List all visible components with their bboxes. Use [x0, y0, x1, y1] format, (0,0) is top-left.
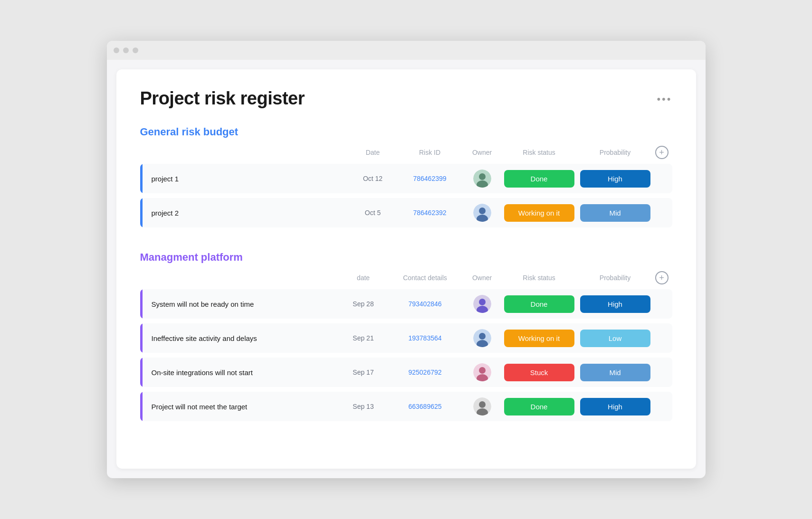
traffic-light-close[interactable]	[114, 47, 119, 53]
table-row: project 2Oct 5786462392 Working on itMid	[140, 198, 672, 227]
row-name: On-site integrations will not start	[140, 368, 340, 377]
app-window: Project risk register ••• General risk b…	[107, 41, 706, 478]
row-probability-badge[interactable]: High	[580, 170, 650, 188]
col-header-5: Probability	[577, 274, 653, 282]
row-name: Ineffective site activity and delays	[140, 334, 340, 342]
row-risk-id[interactable]: 663689625	[387, 403, 463, 410]
row-status-badge[interactable]: Done	[504, 398, 574, 415]
col-header-4: Risk status	[501, 274, 577, 282]
section-general: General risk budgetDateRisk IDOwnerRisk …	[140, 126, 672, 227]
traffic-light-minimize[interactable]	[123, 47, 129, 53]
col-headers-management: dateContact detailsOwnerRisk statusProba…	[140, 271, 672, 289]
traffic-light-maximize[interactable]	[133, 47, 138, 53]
row-risk-id[interactable]: 925026792	[387, 368, 463, 376]
row-border-indicator	[140, 392, 143, 421]
row-date: Sep 17	[340, 368, 387, 376]
avatar	[473, 397, 491, 415]
row-risk-id[interactable]: 786462392	[397, 209, 463, 217]
row-date: Sep 13	[340, 403, 387, 410]
col-header-1: Date	[349, 149, 397, 156]
more-options-button[interactable]: •••	[657, 93, 672, 105]
row-probability-badge[interactable]: High	[580, 295, 650, 313]
row-border-indicator	[140, 198, 143, 227]
row-probability-badge[interactable]: High	[580, 398, 650, 415]
row-name: System will not be ready on time	[140, 300, 340, 308]
section-management: Managment platformdateContact detailsOwn…	[140, 251, 672, 421]
avatar	[473, 295, 491, 313]
main-content: Project risk register ••• General risk b…	[116, 69, 696, 469]
col-header-1: date	[340, 274, 387, 282]
row-status-badge[interactable]: Stuck	[504, 364, 574, 381]
row-date: Oct 12	[349, 175, 397, 182]
row-border-indicator	[140, 323, 143, 353]
row-owner	[463, 204, 501, 222]
svg-point-7	[479, 299, 486, 305]
col-headers-general: DateRisk IDOwnerRisk statusProbability+	[140, 146, 672, 164]
avatar	[473, 170, 491, 188]
table-row: On-site integrations will not startSep 1…	[140, 358, 672, 387]
row-status-badge[interactable]: Done	[504, 295, 574, 313]
avatar	[473, 204, 491, 222]
add-row-button-general[interactable]: +	[655, 146, 669, 159]
col-header-6: +	[653, 271, 672, 284]
avatar	[473, 363, 491, 381]
svg-point-16	[479, 401, 486, 408]
row-date: Oct 5	[349, 209, 397, 217]
col-header-2: Contact details	[387, 274, 463, 282]
row-border-indicator	[140, 164, 143, 193]
row-owner	[463, 363, 501, 381]
row-risk-id[interactable]: 793402846	[387, 300, 463, 308]
row-owner	[463, 329, 501, 347]
table-row: Project will not meet the targetSep 1366…	[140, 392, 672, 421]
row-name: project 1	[140, 175, 349, 183]
svg-point-13	[479, 367, 486, 374]
row-status-badge[interactable]: Working on it	[504, 204, 574, 222]
svg-point-4	[479, 208, 486, 214]
row-status-badge[interactable]: Working on it	[504, 330, 574, 347]
row-date: Sep 21	[340, 334, 387, 342]
row-risk-id[interactable]: 193783564	[387, 334, 463, 342]
col-header-4: Risk status	[501, 149, 577, 156]
avatar	[473, 329, 491, 347]
row-border-indicator	[140, 289, 143, 319]
row-name: Project will not meet the target	[140, 403, 340, 411]
row-name: project 2	[140, 209, 349, 217]
col-header-3: Owner	[463, 274, 501, 282]
row-owner	[463, 295, 501, 313]
titlebar	[107, 41, 706, 60]
section-header-management: Managment platform	[140, 251, 672, 264]
row-risk-id[interactable]: 786462399	[397, 175, 463, 182]
col-header-6: +	[653, 146, 672, 159]
page-header: Project risk register •••	[140, 88, 672, 109]
col-header-5: Probability	[577, 149, 653, 156]
row-owner	[463, 397, 501, 415]
sections-container: General risk budgetDateRisk IDOwnerRisk …	[140, 126, 672, 421]
section-title-general: General risk budget	[140, 126, 239, 138]
row-status-badge[interactable]: Done	[504, 170, 574, 188]
row-date: Sep 28	[340, 300, 387, 308]
row-owner	[463, 170, 501, 188]
svg-point-1	[479, 173, 486, 180]
section-title-management: Managment platform	[140, 251, 243, 264]
table-row: Ineffective site activity and delaysSep …	[140, 323, 672, 353]
col-header-3: Owner	[463, 149, 501, 156]
row-border-indicator	[140, 358, 143, 387]
table-row: project 1Oct 12786462399 DoneHigh	[140, 164, 672, 193]
row-probability-badge[interactable]: Mid	[580, 204, 650, 222]
row-probability-badge[interactable]: Mid	[580, 364, 650, 381]
page-title: Project risk register	[140, 88, 305, 109]
svg-point-10	[479, 333, 486, 340]
row-probability-badge[interactable]: Low	[580, 330, 650, 347]
table-row: System will not be ready on timeSep 2879…	[140, 289, 672, 319]
col-header-2: Risk ID	[397, 149, 463, 156]
add-row-button-management[interactable]: +	[655, 271, 669, 284]
section-header-general: General risk budget	[140, 126, 672, 138]
